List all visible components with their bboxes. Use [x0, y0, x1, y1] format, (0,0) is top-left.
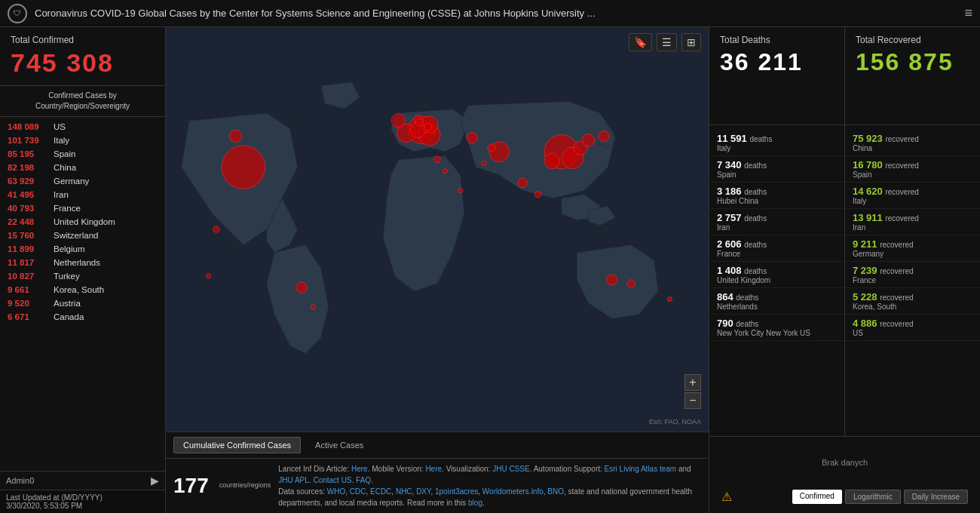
- death-num: 2 606 deaths: [717, 238, 837, 250]
- list-item[interactable]: 63 929Germany: [0, 174, 165, 188]
- chart-tab-confirmed[interactable]: Confirmed: [792, 490, 842, 504]
- recovered-num: 13 911 recovered: [853, 212, 972, 223]
- list-item[interactable]: 148 089US: [0, 120, 165, 134]
- total-recovered-panel: Total Recovered 156 875: [845, 27, 980, 124]
- lancet-link[interactable]: Here: [351, 465, 368, 473]
- faq-link[interactable]: FAQ: [356, 476, 371, 484]
- map-container: 🔖 ☰ ⊞ + − Esri; FAO, NOAA Cumulative Con…: [166, 27, 709, 513]
- world-map[interactable]: 🔖 ☰ ⊞ + − Esri; FAO, NOAA: [166, 27, 709, 432]
- total-deaths-label: Total Deaths: [720, 35, 834, 45]
- list-item-num: 9 520: [8, 299, 49, 308]
- svg-point-15: [518, 178, 527, 187]
- list-item[interactable]: 41 495Iran: [0, 188, 165, 201]
- list-item[interactable]: 101 739Italy: [0, 134, 165, 147]
- list-item-num: 63 929: [8, 177, 49, 186]
- map-attribution: Esri; FAO, NOAA: [649, 418, 701, 425]
- list-item[interactable]: 6 671Canada: [0, 310, 165, 324]
- list-item-name: Canada: [54, 312, 84, 321]
- svg-point-25: [482, 161, 486, 165]
- list-item-name: Germany: [54, 177, 89, 186]
- death-stat-item: 1 408 deathsUnited Kingdom: [709, 262, 844, 288]
- list-item-num: 15 760: [8, 231, 49, 240]
- tab-cumulative-confirmed[interactable]: Cumulative Confirmed Cases: [173, 437, 301, 453]
- list-item[interactable]: 9 520Austria: [0, 296, 165, 310]
- death-country: Spain: [717, 170, 837, 179]
- list-item-num: 10 827: [8, 272, 49, 281]
- bookmark-button[interactable]: 🔖: [629, 33, 652, 51]
- list-item[interactable]: 11 817Netherlands: [0, 256, 165, 269]
- footer-line1: Lancet Inf Dis Article: Here. Mobile Ver…: [278, 463, 701, 486]
- confirmed-list[interactable]: 148 089US101 739Italy85 195Spain82 198Ch…: [0, 117, 165, 471]
- svg-point-32: [488, 144, 495, 152]
- warning-icon: ⚠: [721, 490, 732, 504]
- sidebar-arrow-icon[interactable]: ▶: [151, 475, 159, 487]
- map-zoom-controls: + −: [684, 374, 701, 409]
- death-stat-item: 2 757 deathsIran: [709, 209, 844, 235]
- list-item[interactable]: 15 760Switzerland: [0, 229, 165, 242]
- list-item-num: 22 448: [8, 217, 49, 226]
- header-title: Coronavirus COVID-19 Global Cases by the…: [35, 8, 957, 19]
- total-recovered-value: 156 875: [856, 48, 969, 76]
- mobile-link[interactable]: Here: [425, 465, 442, 473]
- recovered-stat-item: 75 923 recoveredChina: [845, 130, 980, 156]
- esri-link[interactable]: Esri Living Atlas team: [605, 465, 677, 473]
- sidebar-user: Admin0: [6, 476, 146, 485]
- list-item-name: Turkey: [54, 272, 80, 281]
- svg-point-16: [606, 275, 617, 285]
- death-num: 3 186 deaths: [717, 186, 837, 197]
- svg-point-26: [627, 280, 635, 287]
- list-item[interactable]: 9 661Korea, South: [0, 283, 165, 296]
- zoom-out-button[interactable]: −: [684, 392, 701, 409]
- tab-active-cases[interactable]: Active Cases: [305, 437, 373, 453]
- recovered-country: Korea, South: [853, 303, 972, 311]
- list-view-button[interactable]: ☰: [657, 33, 677, 51]
- list-item-name: China: [54, 163, 76, 172]
- recovered-stat-item: 9 211 recoveredGermany: [845, 235, 980, 262]
- death-country: Italy: [717, 144, 837, 152]
- deaths-recovered-header: Total Deaths 36 211 Total Recovered 156 …: [709, 27, 980, 125]
- death-country: Netherlands: [717, 303, 837, 311]
- svg-point-21: [415, 118, 423, 126]
- svg-point-24: [443, 169, 447, 174]
- zoom-in-button[interactable]: +: [684, 374, 701, 391]
- contact-link[interactable]: Contact US: [313, 476, 351, 484]
- list-item-name: Austria: [54, 299, 81, 308]
- list-item-num: 148 089: [8, 122, 49, 131]
- svg-point-17: [296, 282, 307, 293]
- right-bottom: Brak danych ⚠ ConfirmedLogarithmicDaily …: [709, 436, 980, 513]
- menu-icon[interactable]: ≡: [964, 5, 972, 21]
- death-stat-item: 2 606 deathsFrance: [709, 235, 844, 262]
- chart-tab-daily-increase[interactable]: Daily Increase: [904, 490, 968, 504]
- list-item[interactable]: 22 448United Kingdom: [0, 215, 165, 229]
- chart-tab-logarithmic[interactable]: Logarithmic: [845, 490, 901, 504]
- list-item-num: 40 793: [8, 204, 49, 213]
- list-item[interactable]: 85 195Spain: [0, 147, 165, 161]
- recovered-num: 4 886 recovered: [853, 318, 972, 329]
- recovered-stat-item: 13 911 recoveredIran: [845, 209, 980, 235]
- jhu-apl-link[interactable]: JHU APL: [278, 476, 309, 484]
- svg-point-19: [424, 123, 432, 131]
- main-layout: Total Confirmed 745 308 Confirmed Cases …: [0, 27, 980, 513]
- sidebar-footer: Admin0 ▶: [0, 471, 165, 490]
- list-item[interactable]: 40 793France: [0, 201, 165, 215]
- list-item[interactable]: 82 198China: [0, 161, 165, 174]
- list-item-num: 85 195: [8, 149, 49, 158]
- footer-line2: Data sources: WHO, CDC, ECDC, NHC, DXY, …: [278, 486, 701, 508]
- jhu-link[interactable]: JHU CSSE: [492, 465, 529, 473]
- death-stat-item: 864 deathsNetherlands: [709, 288, 844, 315]
- death-num: 1 408 deaths: [717, 265, 837, 276]
- total-recovered-label: Total Recovered: [856, 35, 969, 45]
- svg-point-22: [229, 130, 241, 142]
- total-confirmed-panel: Total Confirmed 745 308: [0, 27, 165, 86]
- total-confirmed-label: Total Confirmed: [11, 35, 155, 45]
- svg-point-10: [544, 153, 560, 169]
- total-deaths-panel: Total Deaths 36 211: [709, 27, 845, 124]
- countries-label: countries/regions: [219, 481, 271, 490]
- list-item[interactable]: 11 899Belgium: [0, 242, 165, 256]
- recovered-country: France: [853, 276, 972, 284]
- grid-view-button[interactable]: ⊞: [681, 33, 701, 51]
- death-num: 2 757 deaths: [717, 212, 837, 223]
- list-item[interactable]: 10 827Turkey: [0, 269, 165, 283]
- list-item-name: US: [54, 122, 66, 131]
- list-item-name: Belgium: [54, 244, 85, 253]
